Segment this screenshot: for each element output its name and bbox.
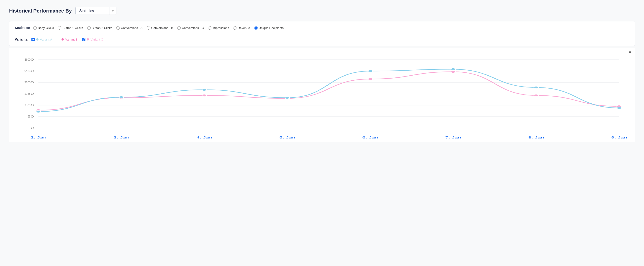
label-variant-b: Variant B <box>65 38 78 41</box>
radio-label-conversions-b: Conversions - B <box>151 26 173 30</box>
radio-conversions-c[interactable]: Conversions - C <box>177 26 204 30</box>
variant-variant-b[interactable]: Variant B <box>57 38 78 41</box>
svg-point-37 <box>617 107 622 109</box>
svg-point-24 <box>202 94 206 96</box>
radio-label-body-clicks: Body Clicks <box>38 26 54 30</box>
statistics-label: Statistics: <box>15 26 30 30</box>
svg-text:50: 50 <box>27 115 34 118</box>
radio-label-conversions-c: Conversions - C <box>182 26 204 30</box>
filter-panel: Statistics: Body ClicksButton 1 ClicksBu… <box>9 21 635 46</box>
dot-variant-a <box>36 38 38 40</box>
svg-point-27 <box>451 70 456 73</box>
radio-conversions-b[interactable]: Conversions - B <box>147 26 173 30</box>
statistics-select[interactable]: Statistics Revenue Conversions <box>76 7 116 15</box>
svg-point-32 <box>202 88 206 91</box>
page-title: Historical Performance By <box>9 8 72 14</box>
radio-impressions[interactable]: Impressions <box>208 26 229 30</box>
svg-text:250: 250 <box>24 70 34 73</box>
svg-text:300: 300 <box>24 58 34 61</box>
dot-variant-b <box>62 38 64 40</box>
radio-label-impressions: Impressions <box>212 26 229 30</box>
performance-chart: 0501001502002503002. Jan3. Jan4. Jan5. J… <box>12 50 632 142</box>
radio-button2-clicks[interactable]: Button 2 Clicks <box>87 26 112 30</box>
chart-menu-icon[interactable]: ≡ <box>629 50 631 55</box>
label-variant-c: Variant C <box>90 38 103 41</box>
label-variant-a: Variant A <box>40 38 52 41</box>
svg-text:6. Jan: 6. Jan <box>362 136 378 139</box>
variant-variant-a[interactable]: Variant A <box>32 38 52 41</box>
radio-revenue[interactable]: Revenue <box>233 26 250 30</box>
variants-row: Variants: Variant AVariant BVariant C <box>15 38 629 41</box>
radio-input-conversions-a[interactable] <box>116 26 120 30</box>
statistics-row: Statistics: Body ClicksButton 1 ClicksBu… <box>15 26 629 30</box>
svg-point-26 <box>368 78 372 80</box>
svg-text:7. Jan: 7. Jan <box>445 136 461 139</box>
statistics-dropdown[interactable]: Statistics Revenue Conversions ▾ <box>76 7 116 15</box>
radio-input-button2-clicks[interactable] <box>87 26 91 30</box>
radio-unique-recipients[interactable]: Unique Recipients <box>254 26 284 30</box>
radio-conversions-a[interactable]: Conversions - A <box>116 26 142 30</box>
divider <box>15 34 629 34</box>
svg-text:2. Jan: 2. Jan <box>30 136 46 139</box>
radio-input-conversions-b[interactable] <box>147 26 150 30</box>
radio-input-body-clicks[interactable] <box>33 26 37 30</box>
svg-text:0: 0 <box>31 126 34 130</box>
radio-button1-clicks[interactable]: Button 1 Clicks <box>58 26 83 30</box>
svg-point-31 <box>119 96 124 98</box>
svg-point-35 <box>451 68 456 70</box>
variants-group: Variant AVariant BVariant C <box>32 38 108 41</box>
radio-input-revenue[interactable] <box>233 26 236 30</box>
radio-input-button1-clicks[interactable] <box>58 26 61 30</box>
radio-body-clicks[interactable]: Body Clicks <box>33 26 54 30</box>
radio-label-conversions-a: Conversions - A <box>121 26 142 30</box>
radio-label-button2-clicks: Button 2 Clicks <box>92 26 112 30</box>
svg-point-36 <box>534 86 538 88</box>
radio-input-conversions-c[interactable] <box>177 26 181 30</box>
svg-text:100: 100 <box>24 104 34 107</box>
checkbox-variant-b[interactable] <box>57 38 60 41</box>
svg-point-33 <box>285 96 290 99</box>
chart-container: ≡ 0501001502002503002. Jan3. Jan4. Jan5.… <box>9 48 635 142</box>
variant-variant-c[interactable]: Variant C <box>82 38 103 41</box>
checkbox-variant-a[interactable] <box>32 38 35 41</box>
svg-point-30 <box>36 110 41 113</box>
svg-text:150: 150 <box>24 92 34 96</box>
svg-text:3. Jan: 3. Jan <box>114 136 130 139</box>
svg-text:5. Jan: 5. Jan <box>279 136 295 139</box>
svg-text:200: 200 <box>24 81 34 84</box>
checkbox-variant-c[interactable] <box>82 38 86 41</box>
variants-label: Variants: <box>15 38 28 41</box>
radio-input-impressions[interactable] <box>208 26 212 30</box>
dot-variant-c <box>87 38 89 40</box>
svg-point-28 <box>534 94 538 96</box>
radio-input-unique-recipients[interactable] <box>254 26 258 30</box>
svg-text:4. Jan: 4. Jan <box>196 136 212 139</box>
svg-text:8. Jan: 8. Jan <box>528 136 544 139</box>
statistics-radio-group: Body ClicksButton 1 ClicksButton 2 Click… <box>33 26 288 30</box>
radio-label-revenue: Revenue <box>238 26 250 30</box>
svg-point-34 <box>368 70 372 72</box>
svg-text:9. Jan: 9. Jan <box>611 136 627 139</box>
radio-label-unique-recipients: Unique Recipients <box>259 26 284 30</box>
radio-label-button1-clicks: Button 1 Clicks <box>62 26 83 30</box>
